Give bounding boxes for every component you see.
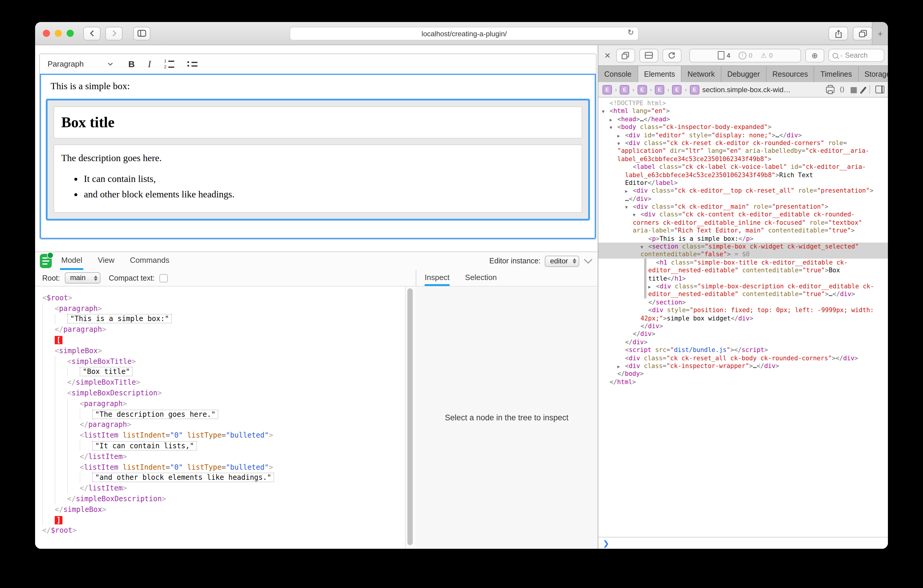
model-tree-row[interactable]: </paragraph> [35, 419, 416, 430]
dom-tree-row[interactable]: 42px;">simple box widget</div> [598, 314, 888, 322]
devtools-tab-storage[interactable]: Storage [859, 66, 888, 82]
element-crumb-icon[interactable]: E [637, 85, 647, 94]
collapse-inspector-button[interactable] [583, 258, 593, 264]
element-picker-button[interactable]: ⊕ [805, 48, 824, 62]
root-select[interactable]: main [65, 272, 100, 284]
editor-editable[interactable]: This is a simple box: Box title The desc… [40, 74, 596, 239]
element-crumb-icon[interactable]: E [603, 85, 612, 94]
bold-button[interactable]: B [128, 59, 135, 69]
dom-tree-row[interactable]: ▼<body class="ck-inspector-body-expanded… [598, 123, 888, 131]
dom-tree-row[interactable]: title</h1> [598, 274, 888, 283]
console-prompt[interactable]: ❯ [598, 537, 888, 549]
dom-tree-row[interactable]: </html> [598, 378, 888, 386]
side-tab-selection[interactable]: Selection [465, 270, 497, 286]
simple-box-title[interactable]: Box title [54, 107, 582, 138]
model-tree-row[interactable]: </simpleBox> [35, 504, 416, 515]
dom-tree-row[interactable]: label_e63cbbfece34c53ce23501062343f49b8"… [598, 171, 888, 179]
grid-overlay-icon[interactable]: ▦ [850, 85, 857, 94]
side-tab-inspect[interactable]: Inspect [425, 270, 450, 286]
editor-instance-select[interactable]: editor [545, 255, 579, 267]
dom-tree-row[interactable]: </section> [598, 299, 888, 307]
styles-brush-icon[interactable] [861, 87, 866, 92]
devtools-tab-resources[interactable]: Resources [766, 66, 815, 82]
model-tree-row[interactable]: "It can contain lists," [35, 440, 416, 451]
devtools-tab-network[interactable]: Network [682, 66, 721, 82]
inspector-tab-model[interactable]: Model [60, 252, 84, 270]
dom-tree-row[interactable]: editor__nested-editable" contenteditable… [598, 291, 888, 299]
model-tree-row[interactable]: <listItem listIndent="0" listType="bulle… [35, 462, 416, 473]
dom-tree-row[interactable]: ▶<head>…</head> [598, 115, 888, 123]
dom-tree-row[interactable]: ▶<div id="editor" style="display: none;"… [598, 131, 888, 139]
dom-tree-row[interactable]: ▼<html lang="en"> [598, 107, 888, 115]
close-devtools-button[interactable]: ✕ [604, 51, 611, 60]
dom-tree-row[interactable]: ▶<div class="simple-box-description ck-e… [598, 283, 888, 291]
tree-scrollbar[interactable] [405, 287, 416, 549]
model-tree-row[interactable]: <paragraph> [35, 398, 416, 409]
back-button[interactable] [83, 26, 100, 40]
model-tree-row[interactable]: </listItem> [35, 451, 416, 462]
model-tree-row[interactable]: </simpleBoxDescription> [35, 493, 416, 504]
dom-tree-row[interactable]: label_e63cbbfece34c53ce23501062343f49b8"… [598, 155, 888, 163]
dom-tree-row[interactable]: "application" dir="ltr" lang="en" aria-l… [598, 147, 888, 155]
numbered-list-button[interactable]: 1 2 [164, 59, 174, 69]
dom-tree-row[interactable]: Editor</label> [598, 179, 888, 187]
selected-node-label[interactable]: section.simple-box.ck-wid… [702, 85, 790, 94]
devtools-search-field[interactable]: ⌄ Search [828, 49, 884, 62]
model-tree-row[interactable]: <$root> [35, 292, 416, 303]
dom-tree-row[interactable]: <div class="ck ck-reset_all ck-body ck-r… [598, 354, 888, 362]
model-tree-row[interactable]: </paragraph> [35, 324, 416, 335]
resource-summary[interactable]: 4 !0 ⚠0 [689, 48, 801, 62]
model-tree-row[interactable]: </simpleBoxTitle> [35, 377, 416, 388]
minimize-window-button[interactable] [55, 30, 62, 37]
dom-tree-row[interactable]: <div style="position: fixed; top: 0px; l… [598, 306, 888, 314]
italic-button[interactable]: I [148, 59, 151, 69]
inspector-tab-view[interactable]: View [97, 252, 116, 270]
model-tree-row[interactable]: <simpleBoxDescription> [35, 388, 416, 398]
dom-tree-row[interactable]: …</div> [598, 195, 888, 203]
dock-bottom-button[interactable] [639, 48, 659, 62]
dom-tree-row[interactable]: ▼<div class="ck ck-reset ck-editor ck-ro… [598, 139, 888, 147]
reload-icon[interactable]: ↻ [627, 28, 634, 37]
model-tree-row[interactable]: </listItem> [35, 483, 416, 494]
element-crumb-icon[interactable]: E [690, 85, 699, 94]
description-paragraph[interactable]: The description goes here. [61, 153, 575, 164]
description-bullet[interactable]: It can contain lists, [84, 174, 575, 184]
url-field[interactable]: localhost/creating-a-plugin/ ↻ [290, 27, 639, 40]
model-tree-row[interactable]: "The description goes here." [35, 409, 416, 420]
simple-box-widget[interactable]: Box title The description goes here. It … [46, 99, 590, 220]
dom-tree-row[interactable]: <script src="dist/bundle.js"></script> [598, 346, 888, 354]
dom-tree-row[interactable]: </div> [598, 330, 888, 338]
model-tree-row[interactable]: <paragraph> [35, 303, 416, 314]
close-window-button[interactable] [43, 30, 50, 37]
element-crumb-icon[interactable]: E [672, 85, 682, 94]
printer-icon[interactable] [826, 87, 834, 92]
reload-page-button[interactable] [662, 48, 682, 62]
model-tree-row[interactable]: [ [35, 335, 416, 345]
share-button[interactable] [828, 27, 848, 40]
element-crumb-icon[interactable]: E [620, 85, 629, 94]
tab-overview-button[interactable] [853, 27, 872, 40]
model-tree-row[interactable]: "This is a simple box:" [35, 314, 416, 324]
bulleted-list-button[interactable] [187, 61, 197, 67]
dom-tree-row[interactable]: </body> [598, 370, 888, 378]
zoom-window-button[interactable] [67, 30, 74, 37]
dom-tree-row[interactable]: corners ck-editor__editable_inline ck-fo… [598, 219, 888, 227]
show-source-icon[interactable]: ⟨⟩ [839, 85, 844, 94]
model-tree-row[interactable]: "Box title" [35, 366, 416, 377]
model-tree-row[interactable]: ] [35, 514, 416, 525]
dom-tree-row[interactable]: </div> [598, 338, 888, 346]
scrollbar-thumb[interactable] [407, 288, 413, 545]
devtools-tab-debugger[interactable]: Debugger [721, 66, 767, 82]
forward-button[interactable] [105, 26, 123, 40]
dom-tree-row[interactable]: ▶<div class="ck ck-editor__top ck-reset_… [598, 187, 888, 195]
intro-paragraph[interactable]: This is a simple box: [51, 81, 585, 92]
paragraph-dropdown[interactable]: Paragraph [48, 59, 113, 68]
model-tree-row[interactable]: "and other block elements like headings.… [35, 472, 416, 483]
model-tree-row[interactable]: </$root> [35, 525, 416, 536]
description-bullet[interactable]: and other block elements like headings. [84, 189, 575, 200]
dom-tree-row[interactable]: ▼<div class="ck ck-editor__main" role="p… [598, 203, 888, 211]
devtools-tab-elements[interactable]: Elements [638, 66, 682, 82]
simple-box-description[interactable]: The description goes here. It can contai… [54, 145, 582, 213]
dom-tree-row[interactable]: <label class="ck ck-label ck-voice-label… [598, 163, 888, 171]
devtools-tab-timelines[interactable]: Timelines [815, 66, 859, 82]
